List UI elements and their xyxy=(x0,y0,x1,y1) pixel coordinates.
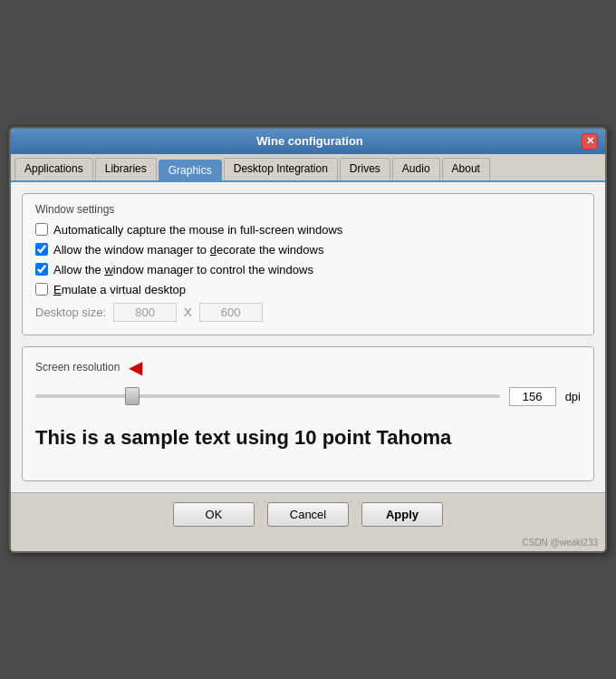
ok-button[interactable]: OK xyxy=(173,502,255,527)
wine-config-window: Wine configuration ✕ Applications Librar… xyxy=(9,127,607,553)
checkbox-label-allow-control: Allow the window manager to control the … xyxy=(53,263,313,276)
apply-button[interactable]: Apply xyxy=(361,502,443,527)
checkbox-label-auto-capture: Automatically capture the mouse in full-… xyxy=(53,223,342,237)
screen-resolution-label: Screen resolution xyxy=(35,361,120,373)
tab-bar: Applications Libraries Graphics Desktop … xyxy=(11,154,605,182)
desktop-size-row: Desktop size: X xyxy=(35,303,581,322)
dpi-unit-label: dpi xyxy=(565,390,581,403)
slider-row: dpi xyxy=(35,387,581,406)
cancel-button[interactable]: Cancel xyxy=(267,502,349,527)
checkbox-row-allow-decorate: Allow the window manager to decorate the… xyxy=(35,243,581,257)
sample-text: This is a sample text using 10 point Tah… xyxy=(35,417,581,468)
checkbox-label-emulate-desktop: Emulate a virtual desktop xyxy=(53,283,186,296)
window-settings-section: Window settings Automatically capture th… xyxy=(22,193,594,335)
bottom-bar: OK Cancel Apply xyxy=(11,492,605,536)
tab-about[interactable]: About xyxy=(442,158,490,180)
checkbox-emulate-desktop[interactable] xyxy=(35,283,48,296)
desktop-width-input[interactable] xyxy=(113,303,177,322)
checkbox-auto-capture[interactable] xyxy=(35,223,48,236)
checkbox-row-auto-capture: Automatically capture the mouse in full-… xyxy=(35,223,581,237)
titlebar: Wine configuration ✕ xyxy=(11,129,605,154)
watermark: CSDN @weaki233 xyxy=(11,536,605,551)
tab-applications[interactable]: Applications xyxy=(14,158,93,180)
checkbox-label-allow-decorate: Allow the window manager to decorate the… xyxy=(53,243,323,257)
resolution-slider[interactable] xyxy=(35,394,500,398)
screen-resolution-arrow-icon: ◀ xyxy=(129,356,142,378)
tab-libraries[interactable]: Libraries xyxy=(95,158,157,180)
tab-desktop-integration[interactable]: Desktop Integration xyxy=(224,158,338,180)
main-content: Window settings Automatically capture th… xyxy=(11,182,605,492)
checkbox-allow-decorate[interactable] xyxy=(35,243,48,256)
window-settings-label: Window settings xyxy=(35,203,581,216)
checkbox-allow-control[interactable] xyxy=(35,263,48,276)
close-button[interactable]: ✕ xyxy=(582,133,598,150)
checkbox-row-emulate-desktop: Emulate a virtual desktop xyxy=(35,283,581,296)
window-title: Wine configuration xyxy=(38,134,582,148)
tab-drives[interactable]: Drives xyxy=(340,158,390,180)
tab-graphics[interactable]: Graphics xyxy=(159,160,222,182)
tab-audio[interactable]: Audio xyxy=(392,158,440,180)
checkbox-row-allow-control: Allow the window manager to control the … xyxy=(35,263,581,276)
screen-resolution-section: Screen resolution ◀ dpi This is a sample… xyxy=(22,346,594,481)
desktop-size-x: X xyxy=(184,306,192,319)
dpi-input[interactable] xyxy=(509,387,556,406)
desktop-height-input[interactable] xyxy=(199,303,263,322)
desktop-size-label: Desktop size: xyxy=(35,306,106,319)
